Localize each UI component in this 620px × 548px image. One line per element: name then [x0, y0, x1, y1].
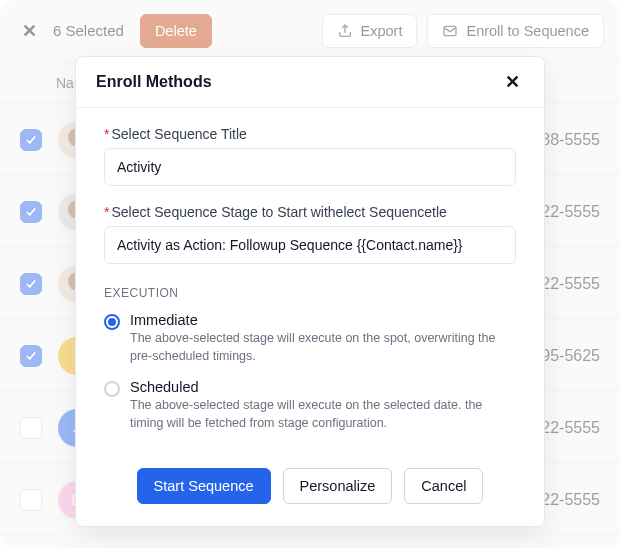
radio-description: The above-selected stage will execute on… [130, 397, 516, 432]
start-sequence-button[interactable]: Start Sequence [137, 468, 271, 504]
modal-footer: Start Sequence Personalize Cancel [76, 452, 544, 526]
execution-option[interactable]: ImmediateThe above-selected stage will e… [104, 312, 516, 365]
sequence-stage-input[interactable] [104, 226, 516, 264]
sequence-stage-label: Select Sequence Stage to Start withelect… [104, 204, 516, 220]
modal-header: Enroll Methods ✕ [76, 57, 544, 108]
sequence-title-label: Select Sequence Title [104, 126, 516, 142]
radio-title: Immediate [130, 312, 516, 328]
modal-body: Select Sequence Title Select Sequence St… [76, 108, 544, 452]
cancel-button[interactable]: Cancel [404, 468, 483, 504]
close-icon[interactable]: ✕ [501, 71, 524, 93]
modal-title: Enroll Methods [96, 73, 212, 91]
execution-option[interactable]: ScheduledThe above-selected stage will e… [104, 379, 516, 432]
execution-section-label: EXECUTION [104, 286, 516, 300]
app-frame: ✕ 6 Selected Delete Export Enroll to Seq… [0, 0, 620, 548]
sequence-title-input[interactable] [104, 148, 516, 186]
radio-button[interactable] [104, 381, 120, 397]
radio-description: The above-selected stage will execute on… [130, 330, 516, 365]
enroll-methods-modal: Enroll Methods ✕ Select Sequence Title S… [75, 56, 545, 527]
radio-button[interactable] [104, 314, 120, 330]
personalize-button[interactable]: Personalize [283, 468, 393, 504]
radio-title: Scheduled [130, 379, 516, 395]
